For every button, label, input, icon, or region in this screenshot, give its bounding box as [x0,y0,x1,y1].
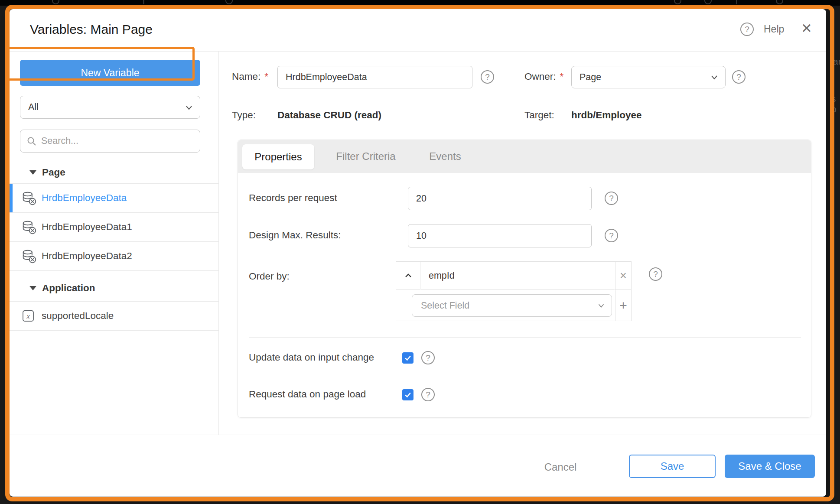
update-help-icon[interactable]: ? [421,351,435,364]
check-icon [404,390,412,399]
type-value: Database CRUD (read) [277,110,381,121]
section-divider [249,337,801,338]
background-toolbar-fragment [674,0,681,4]
order-by-field: empId [421,262,615,290]
order-by-label: Order by: [249,271,290,282]
save-and-close-button[interactable]: Save & Close [725,455,815,478]
required-marker: * [264,71,268,82]
add-order-field-button[interactable]: + [615,290,631,321]
sidebar-item-label: HrdbEmployeeData2 [42,250,132,262]
sidebar-item-hrdbemployeedata2[interactable]: HrdbEmployeeData2 [10,242,218,271]
help-link[interactable]: Help [764,23,784,35]
screen: arc s b Variables: Main Page ? Help ✕ Ne… [0,0,840,504]
svg-text:x: x [26,312,29,320]
collapse-triangle-icon [29,170,36,175]
collapse-triangle-icon [29,286,36,290]
database-crud-icon [22,220,36,234]
chevron-up-icon [404,273,413,279]
plus-icon: + [619,298,627,313]
name-help-icon[interactable]: ? [481,70,494,84]
background-toolbar-fragment [736,0,737,4]
close-icon[interactable]: ✕ [798,20,815,36]
update-on-input-change-label: Update data on input change [249,352,374,363]
sidebar-group-label: Page [42,167,65,178]
variable-detail-card: Properties Filter Criteria Events Record… [238,140,811,418]
background-toolbar-fragment [52,0,59,4]
chevron-down-icon [597,301,606,310]
remove-order-field-button[interactable]: × [615,262,631,290]
sidebar-item-label: supportedLocale [42,310,114,322]
save-button[interactable]: Save [629,455,716,478]
variable-icon: x [22,309,35,322]
new-variable-button[interactable]: New Variable [20,60,200,86]
sidebar-group-application[interactable]: Application [29,281,95,296]
records-help-icon[interactable]: ? [605,192,618,205]
variable-filter-value: All [28,102,39,113]
background-toolbar-fragment [225,0,233,4]
owner-select[interactable]: Page [571,66,726,88]
chevron-down-icon [710,72,719,82]
search-input[interactable] [41,130,197,152]
select-field-dropdown[interactable]: Select Field [412,294,612,317]
update-on-input-change-checkbox[interactable] [402,352,413,364]
design-max-results-label: Design Max. Results: [249,230,341,241]
sidebar-divider [218,51,219,435]
order-by-help-icon[interactable]: ? [649,267,662,281]
required-marker: * [560,71,564,82]
cancel-button[interactable]: Cancel [537,460,584,475]
background-text-fragment: arc [833,56,840,67]
select-field-placeholder: Select Field [421,300,469,311]
target-label: Target: [524,110,554,121]
variable-search [20,130,200,153]
database-crud-icon [22,191,36,205]
check-icon [404,354,412,362]
search-icon [26,136,37,147]
request-on-page-load-checkbox[interactable] [402,389,413,400]
sidebar-item-hrdbemployeedata[interactable]: HrdbEmployeeData [10,184,218,213]
sidebar-item-label: HrdbEmployeeData [42,192,127,204]
order-by-editor: empId × Select Field + [396,261,632,321]
header-divider [10,51,826,52]
owner-help-icon[interactable]: ? [732,70,746,84]
database-crud-icon [22,249,36,263]
sidebar-group-page[interactable]: Page [29,165,65,180]
variables-dialog: Variables: Main Page ? Help ✕ New Variab… [10,9,826,497]
request-on-page-load-label: Request data on page load [249,389,366,400]
owner-label: Owner:* [524,71,563,82]
name-field[interactable] [277,66,472,88]
background-toolbar-fragment [143,0,144,4]
variable-filter-select[interactable]: All [20,96,200,119]
dialog-title: Variables: Main Page [30,22,153,37]
sidebar-item-label: HrdbEmployeeData1 [42,221,132,233]
tab-filter-criteria[interactable]: Filter Criteria [323,140,409,173]
tab-properties[interactable]: Properties [242,144,314,169]
design-max-results-field[interactable] [408,224,592,247]
sidebar-item-supportedlocale[interactable]: x supportedLocale [10,302,218,331]
tab-events[interactable]: Events [419,140,471,173]
help-icon[interactable]: ? [740,23,754,36]
name-label: Name:* [232,71,268,82]
footer-divider [10,435,826,435]
background-toolbar-fragment [776,0,783,4]
design-max-help-icon[interactable]: ? [605,229,618,242]
sidebar-group-label: Application [42,283,95,294]
background-toolbar-fragment [704,0,712,4]
records-per-request-label: Records per request [249,192,337,204]
sidebar-item-hrdbemployeedata1[interactable]: HrdbEmployeeData1 [10,213,218,242]
background-text-fragment: s b [831,94,840,114]
selected-indicator [10,184,13,212]
owner-value: Page [580,72,601,83]
sort-direction-toggle[interactable] [396,262,420,290]
target-value: hrdb/Employee [571,110,642,121]
type-label: Type: [232,110,256,121]
remove-icon: × [620,269,627,283]
background-toolbar [0,0,840,6]
records-per-request-field[interactable] [408,187,592,210]
request-help-icon[interactable]: ? [421,388,435,401]
chevron-down-icon [184,103,194,112]
